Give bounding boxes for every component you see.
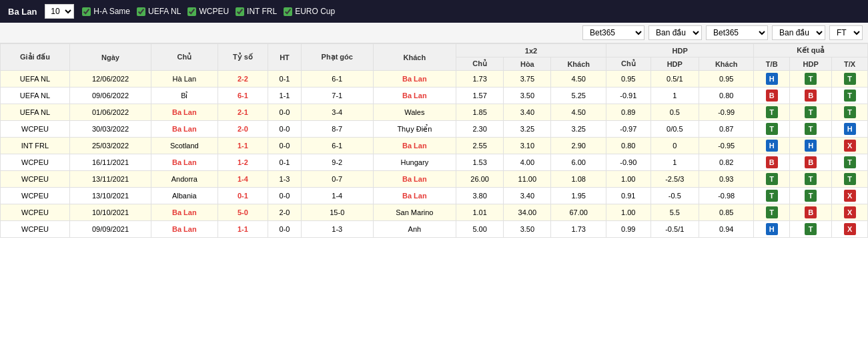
hdp-result-badge: B <box>805 156 817 168</box>
khach-odds-cell: 6.00 <box>551 154 606 171</box>
league-cell: WCPEU <box>1 171 70 188</box>
filter-euro-cup: EURO Cup <box>284 7 335 16</box>
tx-cell: X <box>832 138 868 154</box>
count-select[interactable]: 10 20 30 <box>45 4 74 19</box>
hdp-result-cell: H <box>790 138 832 154</box>
filter-checkbox-uefa-nl[interactable] <box>137 7 145 16</box>
league-cell: WCPEU <box>1 154 70 171</box>
col-hoa: Hòa <box>504 57 551 71</box>
hdp-result-badge: B <box>805 206 817 218</box>
home-cell: Ba Lan <box>151 154 218 171</box>
away-team: Ba Lan <box>402 192 427 200</box>
tx-cell: H <box>832 121 868 138</box>
tx-badge: H <box>844 123 856 135</box>
home-team: Scotland <box>170 142 199 150</box>
hdp-result-badge: T <box>805 223 817 235</box>
hoa-cell: 3.40 <box>504 104 551 121</box>
hoa-cell: 34.00 <box>504 204 551 221</box>
khach-hdp-cell: 0.82 <box>699 154 753 171</box>
ht-cell: 1-3 <box>268 171 302 188</box>
away-team: Ba Lan <box>402 142 427 150</box>
chu-odds-cell: 5.00 <box>456 221 504 238</box>
home-team: Andorra <box>171 175 197 183</box>
hdp-cell: -0.5 <box>650 188 699 204</box>
chu-hdp-cell: -0.91 <box>606 88 650 104</box>
date-cell: 13/10/2021 <box>69 188 151 204</box>
home-cell: Ba Lan <box>151 121 218 138</box>
table-row: WCPEU 13/11/2021 Andorra 1-4 1-3 0-7 Ba … <box>1 171 868 188</box>
league-cell: WCPEU <box>1 121 70 138</box>
tb-cell: H <box>754 71 790 88</box>
ht-cell: 0-1 <box>268 71 302 88</box>
chu-odds-cell: 26.00 <box>456 171 504 188</box>
filters-container: H-A SameUEFA NLWCPEUINT FRLEURO Cup <box>82 7 335 16</box>
away-team: Anh <box>408 225 422 233</box>
hdp-result-cell: B <box>790 204 832 221</box>
away-cell: Ba Lan <box>373 71 456 88</box>
chu-odds-cell: 1.53 <box>456 154 504 171</box>
col-home: Chủ <box>151 44 218 71</box>
khach-odds-cell: 5.25 <box>551 88 606 104</box>
odd-type-1-select[interactable]: Ban đầu Cuối <box>648 25 702 40</box>
hoa-cell: 3.40 <box>504 188 551 204</box>
ht-cell: 0-0 <box>268 188 302 204</box>
score-cell: 6-1 <box>218 88 268 104</box>
league-cell: UEFA NL <box>1 71 70 88</box>
col-tx: T/X <box>832 57 868 71</box>
hdp-result-cell: T <box>790 71 832 88</box>
corners-cell: 6-1 <box>301 138 373 154</box>
col-chu-hdp: Chủ <box>606 57 650 71</box>
filter-checkbox-wcpeu[interactable] <box>187 7 196 16</box>
tb-badge: T <box>766 123 778 135</box>
result-type-select[interactable]: FT HT <box>829 25 863 40</box>
away-team: Thụy Điển <box>397 125 432 133</box>
home-team: Ba Lan <box>172 208 197 216</box>
khach-odds-cell: 2.90 <box>551 138 606 154</box>
ht-cell: 2-0 <box>268 204 302 221</box>
home-cell: Bỉ <box>151 88 218 104</box>
corners-cell: 9-2 <box>301 154 373 171</box>
chu-hdp-cell: 1.00 <box>606 204 650 221</box>
odd-provider-1-select[interactable]: Bet365 William Hill <box>582 25 644 40</box>
tx-cell: X <box>832 188 868 204</box>
tb-badge: T <box>766 106 778 118</box>
chu-hdp-cell: 0.95 <box>606 71 650 88</box>
hoa-cell: 3.50 <box>504 88 551 104</box>
table-row: UEFA NL 01/06/2022 Ba Lan 2-1 0-0 3-4 Wa… <box>1 104 868 121</box>
ht-cell: 0-0 <box>268 104 302 121</box>
hdp-cell: -0.5/1 <box>650 221 699 238</box>
filter-wcpeu: WCPEU <box>187 7 229 16</box>
tx-badge: X <box>844 140 856 152</box>
filter-checkbox-int-frl[interactable] <box>236 7 244 16</box>
corners-cell: 0-7 <box>301 171 373 188</box>
filter-checkbox-ha-same[interactable] <box>82 7 91 16</box>
tx-cell: T <box>832 71 868 88</box>
home-cell: Ba Lan <box>151 104 218 121</box>
date-cell: 16/11/2021 <box>69 154 151 171</box>
table-row: UEFA NL 12/06/2022 Hà Lan 2-2 0-1 6-1 Ba… <box>1 71 868 88</box>
tb-cell: T <box>754 121 790 138</box>
hdp-result-badge: T <box>805 190 817 202</box>
away-cell: Hungary <box>373 154 456 171</box>
team-label: Ba Lan <box>8 7 37 17</box>
score-cell: 1-2 <box>218 154 268 171</box>
filter-label-int-frl: INT FRL <box>247 7 277 16</box>
hdp-cell: 1 <box>650 88 699 104</box>
col-hdp-result: HDP <box>790 57 832 71</box>
tx-cell: T <box>832 171 868 188</box>
khach-hdp-cell: 0.85 <box>699 204 753 221</box>
away-cell: San Marino <box>373 204 456 221</box>
tx-badge: X <box>844 223 856 235</box>
odd-provider-2-select[interactable]: Bet365 William Hill <box>706 25 768 40</box>
away-cell: Ba Lan <box>373 138 456 154</box>
ht-cell: 0-1 <box>268 154 302 171</box>
tx-badge: T <box>844 73 856 85</box>
hoa-cell: 3.10 <box>504 138 551 154</box>
date-cell: 09/06/2022 <box>69 88 151 104</box>
odd-type-2-select[interactable]: Ban đầu Cuối <box>772 25 825 40</box>
col-group-hdp: HDP <box>606 44 754 57</box>
filter-checkbox-euro-cup[interactable] <box>284 7 292 16</box>
tx-badge: X <box>844 190 856 202</box>
khach-hdp-cell: -0.98 <box>699 188 753 204</box>
col-score: Tỷ số <box>218 44 268 71</box>
